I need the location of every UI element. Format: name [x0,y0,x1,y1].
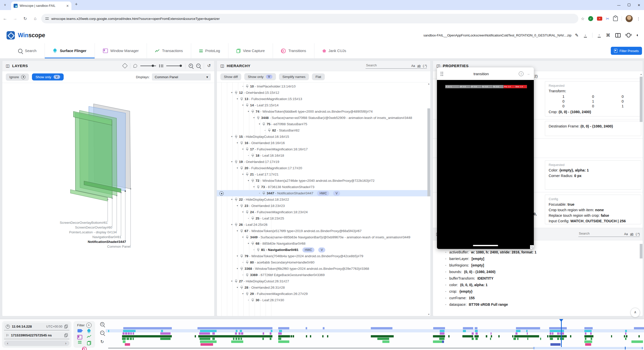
pin-icon[interactable] [257,185,259,189]
pin-icon[interactable] [240,286,243,289]
scroll-down-icon[interactable]: ▼ [427,313,430,316]
window-maximize-button[interactable] [624,3,634,7]
expand-arrow-icon[interactable]: ▼ [247,108,250,115]
properties-tree-node[interactable]: •bufferTransform: IDENTITY [433,275,643,282]
properties-tree-node[interactable]: •bounds: (0, 0) - (1080, 2400) [433,269,643,275]
timeline-block-protolog[interactable] [212,338,215,340]
hierarchy-row[interactable]: ▼21 - Leaf:17:17#21 [217,171,430,178]
timeline-block-window-manager[interactable] [552,332,553,335]
hierarchy-row[interactable]: ▼22 - HideDisplayCutout:18:23#22 [217,196,430,203]
timeline-block-window-manager[interactable] [527,332,528,335]
timeline-block-transactions[interactable] [291,335,292,337]
expand-arrow-icon[interactable]: ▼ [258,121,261,127]
hierarchy-row[interactable]: •18 - Leaf:16:16#18 [217,152,430,159]
expand-arrow-icon[interactable]: ▼ [242,171,244,178]
layer-label[interactable]: Common Panel [107,245,131,248]
timeline-block-protolog[interactable] [133,338,134,340]
timeline-block-protolog[interactable] [557,338,559,340]
dark-mode-icon[interactable]: ◐ [636,33,639,38]
ignore-button[interactable]: Ignore [6,73,29,81]
timeline-block-protolog[interactable] [517,338,518,340]
timeline-block-screen-recording[interactable] [306,327,307,329]
pin-icon[interactable] [268,129,270,132]
extension-check-icon[interactable]: ✓ [588,16,593,21]
timeline-block-protolog[interactable] [235,338,237,340]
timeline-block-transitions[interactable] [125,343,130,346]
timeline-zoom-in-icon[interactable]: + [100,322,104,326]
timeline-block-screen-recording[interactable] [433,327,445,329]
shortcuts-icon[interactable]: ⌘ [606,33,610,38]
filter-presets-button[interactable]: Filter Presets [611,47,642,55]
view-capture-filter-icon[interactable] [87,341,91,345]
match-word-icon[interactable]: ab [417,64,421,68]
timeline-block-surface-flinger[interactable] [550,330,564,332]
timeline-block-window-manager[interactable] [130,332,132,335]
expand-arrow-icon[interactable]: ▼ [236,284,239,291]
timeline-block-screen-recording[interactable] [516,327,540,329]
timeline-block-window-manager[interactable] [585,332,586,335]
hierarchy-row[interactable]: ▼14 - Leaf:15:15#14 [217,102,430,108]
timeline-block-protolog[interactable] [160,338,171,340]
timeline-block-screen-recording[interactable] [549,327,567,329]
timeline-block-window-manager[interactable] [559,332,561,335]
hierarchy-row[interactable]: •25 - Leaf:18:23#25 [217,215,430,222]
pin-icon[interactable] [235,160,237,163]
properties-search-input[interactable] [578,231,622,236]
expand-arrow-icon[interactable]: ▼ [242,146,244,152]
timeline-block-protolog[interactable] [233,338,234,340]
timeline-block-transactions[interactable] [498,335,500,337]
timeline-block-protolog[interactable] [550,338,553,340]
pin-icon[interactable] [235,198,237,201]
new-tab-button[interactable]: + [75,2,78,7]
timeline-block-window-manager[interactable] [241,332,243,335]
displays-select[interactable]: Common Panel▾ [152,73,211,80]
expand-arrow-icon[interactable]: ▼ [236,228,239,234]
timeline-block-transactions[interactable] [278,335,290,337]
timeline-block-transactions[interactable] [462,335,473,337]
pin-icon[interactable] [252,154,254,157]
timeline-block-transactions[interactable] [293,335,294,337]
properties-tree-scrollbar[interactable] [640,244,642,258]
hierarchy-search-input[interactable] [366,63,409,68]
timeline-block-protolog[interactable] [240,338,242,340]
pin-icon[interactable] [246,148,248,151]
resize-handle-icon[interactable] [530,245,534,249]
tab-jank-cujs[interactable]: Jank CUJs [314,43,354,58]
timeline-zoom-out-icon[interactable]: − [100,331,104,335]
properties-tree-node[interactable]: •activeBuffer: w: 1080, h: 2400, stride:… [433,249,643,255]
human-time-field[interactable]: 11:04:14.228 UTC+00:00 [4,323,69,330]
timeline-block-protolog[interactable] [270,338,271,340]
timeline-block-surface-flinger[interactable] [108,330,109,332]
timeline-block-transactions[interactable] [310,335,311,337]
timeline-block-window-manager[interactable] [625,332,626,335]
pin-icon[interactable] [235,223,237,226]
timeline-block-protolog[interactable] [527,338,528,340]
rotation-icon[interactable] [134,64,137,68]
timeline-block-window-manager[interactable] [491,332,492,335]
scissors-extension-icon[interactable]: ✂ [606,16,609,21]
tab-transitions[interactable]: Transitions [273,43,314,58]
properties-tree-node[interactable]: •dataspace: BT709 sRGB Full range [433,301,643,308]
timeline-block-transactions[interactable] [198,335,272,337]
hierarchy-row[interactable]: •82 - StatusBar#82 [217,127,430,134]
frame-nav-bar[interactable]: ‹ › [4,340,69,346]
profile-avatar[interactable] [626,15,633,22]
timeline-block-surface-flinger[interactable] [440,330,445,332]
layer-label[interactable]: NavigationBar0#81 [92,235,121,239]
timeline-block-protolog[interactable] [122,338,126,340]
hierarchy-row[interactable]: ▼24 - FullscreenMagnification:18:23#24 [217,209,430,215]
timeline-block-view-capture[interactable] [433,340,442,343]
timeline-block-transactions[interactable] [570,335,571,337]
timeline-block-transactions[interactable] [474,335,479,337]
expand-arrow-icon[interactable]: ▼ [242,209,244,215]
copy-icon[interactable] [64,333,68,337]
properties-scrollbar[interactable] [640,77,642,122]
back-icon[interactable]: ← [0,16,10,21]
surface-flinger-filter-icon[interactable] [87,329,91,333]
timeline-block-window-manager[interactable] [128,332,130,335]
hierarchy-row[interactable]: ▼3368 - WindowToken{f6b2f60 type=2024 an… [217,266,430,272]
show-diff-button[interactable]: Show diff [220,73,241,80]
site-info-icon[interactable] [45,17,49,20]
home-icon[interactable]: ⌂ [30,16,40,21]
reload-icon[interactable]: ↻ [20,16,30,21]
